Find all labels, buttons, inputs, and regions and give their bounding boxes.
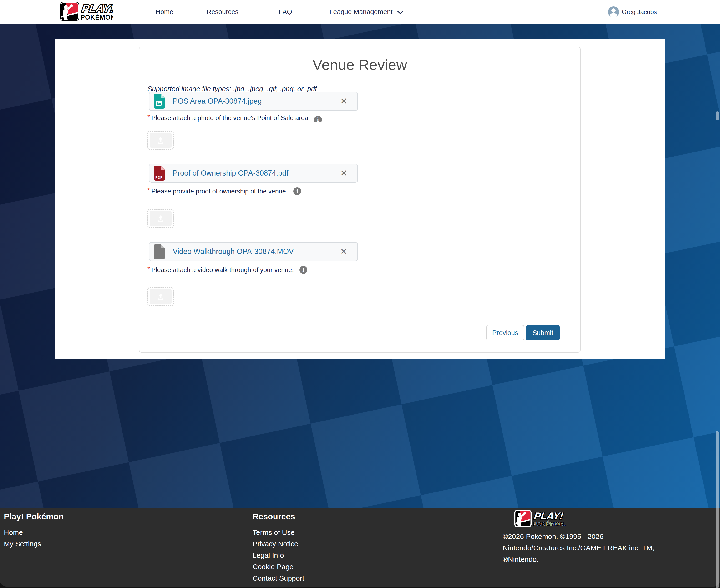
footer-play-pokemon-logo: PLAY! POKÉMON. <box>503 510 574 529</box>
remove-file-video-walkthrough-button[interactable]: ✕ <box>337 243 350 261</box>
upload-icon <box>156 135 165 145</box>
helper-text-pos-area: Please attach a photo of the venue's Poi… <box>151 114 308 122</box>
main-content-panel: Venue Review Supported image file types:… <box>55 39 665 359</box>
upload-dropzone-video-walkthrough[interactable] <box>147 287 174 306</box>
image-file-icon <box>154 94 165 109</box>
generic-file-icon <box>154 244 165 259</box>
file-link-pos-area[interactable]: POS Area OPA-30874.jpeg <box>173 97 261 106</box>
remove-file-pos-area-button[interactable]: ✕ <box>337 92 350 110</box>
footer-heading-play-pokemon: Play! Pokémon <box>4 512 64 521</box>
chevron-down-icon <box>397 10 404 15</box>
nav-resources[interactable]: Resources <box>207 0 238 24</box>
required-asterisk: * <box>147 114 150 121</box>
user-avatar-icon <box>608 6 619 17</box>
footer-link-home[interactable]: Home <box>4 528 23 537</box>
required-asterisk: * <box>147 186 150 194</box>
helper-proof-of-ownership: * Please provide proof of ownership of t… <box>147 187 301 195</box>
copyright-line-2: Nintendo/Creatures Inc./GAME FREAK inc. … <box>503 542 654 554</box>
info-icon[interactable]: i <box>314 116 322 122</box>
info-icon[interactable]: i <box>299 266 308 274</box>
nav-home[interactable]: Home <box>155 0 173 24</box>
scrollbar-thumb-lower[interactable] <box>716 431 719 588</box>
footer-link-legal-info[interactable]: Legal Info <box>253 551 284 560</box>
required-asterisk: * <box>147 265 150 273</box>
form-actions: Previous Submit <box>486 325 560 340</box>
copyright-line-1: ©2026 Pokémon. ©1995 - 2026 <box>503 531 603 542</box>
remove-file-proof-of-ownership-button[interactable]: ✕ <box>337 164 350 182</box>
upload-dropzone-pos-area[interactable] <box>147 131 174 150</box>
footer-logo-pokemon-text: POKÉMON. <box>533 521 566 527</box>
footer-link-privacy-notice[interactable]: Privacy Notice <box>253 540 298 548</box>
venue-review-card: Venue Review Supported image file types:… <box>139 47 580 353</box>
footer-link-contact-support[interactable]: Contact Support <box>253 574 304 582</box>
user-menu[interactable]: Greg Jacobs <box>608 0 657 24</box>
pdf-badge-text: PDF <box>155 175 163 180</box>
helper-text-proof-of-ownership: Please provide proof of ownership of the… <box>151 187 288 195</box>
helper-text-video-walkthrough: Please attach a video walk through of yo… <box>151 266 294 274</box>
footer-link-terms-of-use[interactable]: Terms of Use <box>253 528 295 537</box>
footer-link-my-settings[interactable]: My Settings <box>4 540 41 548</box>
copyright-line-3: ®Nintendo. <box>503 554 539 565</box>
footer-logo-graphic: PLAY! POKÉMON. <box>503 510 574 528</box>
upload-dropzone-proof-of-ownership[interactable] <box>147 209 174 228</box>
form-divider <box>147 313 572 313</box>
nav-league-management-dropdown[interactable]: League Management <box>330 0 404 24</box>
file-link-proof-of-ownership[interactable]: Proof of Ownership OPA-30874.pdf <box>173 169 288 177</box>
page-title: Venue Review <box>140 56 580 73</box>
page: PLAY! POKÉMON. Home Resources FAQ League… <box>0 0 720 588</box>
file-chip-pos-area: POS Area OPA-30874.jpeg ✕ <box>149 92 358 111</box>
logo-play-text: PLAY! <box>81 2 113 15</box>
nav-league-management-label: League Management <box>330 8 393 16</box>
helper-pos-area: * Please attach a photo of the venue's P… <box>147 114 322 122</box>
helper-video-walkthrough: * Please attach a video walk through of … <box>147 266 308 274</box>
upload-icon <box>156 292 165 301</box>
footer: Play! Pokémon Home My Settings Resources… <box>0 508 720 587</box>
nav-faq[interactable]: FAQ <box>279 0 292 24</box>
submit-button[interactable]: Submit <box>526 325 560 340</box>
scrollbar-thumb-upper[interactable] <box>716 111 719 120</box>
previous-button[interactable]: Previous <box>486 325 524 340</box>
info-icon[interactable]: i <box>293 187 301 195</box>
pdf-file-icon: PDF <box>154 166 165 181</box>
footer-logo-play-text: PLAY! <box>533 510 564 522</box>
user-name: Greg Jacobs <box>622 8 657 16</box>
logo-pokemon-text: POKÉMON. <box>81 14 113 21</box>
play-pokemon-logo[interactable]: PLAY! POKÉMON. <box>60 2 113 22</box>
footer-heading-resources: Resources <box>253 512 295 521</box>
file-chip-video-walkthrough: Video Walkthrough OPA-30874.MOV ✕ <box>149 242 358 261</box>
upload-icon <box>156 214 165 223</box>
top-navbar: PLAY! POKÉMON. Home Resources FAQ League… <box>0 0 720 24</box>
footer-link-cookie-page[interactable]: Cookie Page <box>253 563 294 571</box>
file-chip-proof-of-ownership: PDF Proof of Ownership OPA-30874.pdf ✕ <box>149 164 358 183</box>
play-pokemon-logo-graphic: PLAY! POKÉMON. <box>60 2 113 22</box>
file-link-video-walkthrough[interactable]: Video Walkthrough OPA-30874.MOV <box>173 247 294 256</box>
